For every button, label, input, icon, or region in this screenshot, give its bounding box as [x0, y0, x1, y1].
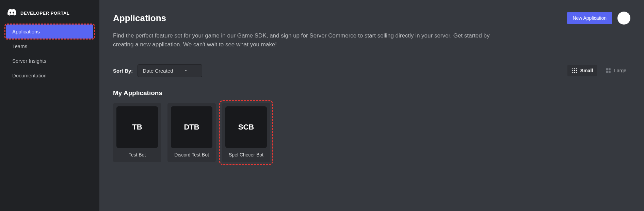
svg-point-0 — [572, 68, 573, 69]
app-card-test-bot[interactable]: TB Test Bot — [113, 103, 161, 162]
app-thumb: SCB — [225, 106, 267, 148]
svg-point-4 — [574, 70, 575, 71]
svg-rect-10 — [609, 68, 611, 70]
page-description: Find the perfect feature set for your ga… — [113, 31, 508, 49]
app-initials: SCB — [238, 123, 254, 132]
section-title: My Applications — [113, 89, 630, 97]
view-large-button[interactable]: Large — [601, 65, 630, 76]
main-content: Applications New Application Find the pe… — [99, 0, 644, 211]
svg-point-7 — [574, 72, 575, 73]
app-initials: TB — [132, 123, 142, 132]
header-actions: New Application — [567, 12, 630, 25]
new-application-button[interactable]: New Application — [567, 12, 612, 24]
grid-large-icon — [605, 67, 611, 74]
sidebar-item-documentation[interactable]: Documentation — [6, 69, 93, 82]
chevron-down-icon — [183, 68, 188, 73]
grid-small-icon — [571, 67, 578, 74]
avatar[interactable] — [617, 12, 630, 25]
app-thumb: TB — [116, 106, 158, 148]
app-name: Discord Test Bot — [174, 152, 209, 157]
brand-label: DEVELOPER PORTAL — [20, 11, 69, 16]
view-small-button[interactable]: Small — [567, 65, 597, 76]
app-name: Spel Checer Bot — [229, 152, 263, 157]
svg-point-1 — [574, 68, 575, 69]
svg-rect-11 — [606, 71, 608, 73]
svg-point-6 — [572, 72, 573, 73]
sidebar-item-server-insights[interactable]: Server Insights — [6, 54, 93, 68]
app-initials: DTB — [184, 123, 199, 132]
app-card-discord-test-bot[interactable]: DTB Discord Test Bot — [167, 103, 216, 162]
sidebar: DEVELOPER PORTAL Applications Teams Serv… — [0, 0, 99, 211]
app-grid: TB Test Bot DTB Discord Test Bot SCB Spe… — [113, 103, 630, 162]
view-toggles: Small Large — [567, 65, 630, 76]
svg-rect-9 — [606, 68, 608, 70]
sidebar-item-teams[interactable]: Teams — [6, 39, 93, 53]
header-row: Applications New Application — [113, 12, 630, 25]
sidebar-item-applications[interactable]: Applications — [6, 25, 93, 39]
app-card-spel-checer-bot[interactable]: SCB Spel Checer Bot — [222, 103, 270, 162]
nav-list: Applications Teams Server Insights Docum… — [0, 25, 99, 82]
svg-point-3 — [572, 70, 573, 71]
page-title: Applications — [113, 13, 166, 24]
view-large-label: Large — [614, 68, 626, 73]
app-thumb: DTB — [171, 106, 212, 148]
svg-rect-12 — [609, 71, 611, 73]
svg-point-5 — [576, 70, 577, 71]
discord-logo-icon — [7, 9, 16, 17]
svg-point-2 — [576, 68, 577, 69]
controls-row: Sort By: Date Created Small Lar — [113, 64, 630, 77]
sort-select[interactable]: Date Created — [138, 64, 202, 77]
sort-selected-value: Date Created — [143, 68, 173, 74]
brand: DEVELOPER PORTAL — [0, 6, 99, 25]
sort-label: Sort By: — [113, 68, 133, 74]
svg-point-8 — [576, 72, 577, 73]
view-small-label: Small — [580, 68, 593, 73]
sort-group: Sort By: Date Created — [113, 64, 202, 77]
app-name: Test Bot — [129, 152, 146, 157]
